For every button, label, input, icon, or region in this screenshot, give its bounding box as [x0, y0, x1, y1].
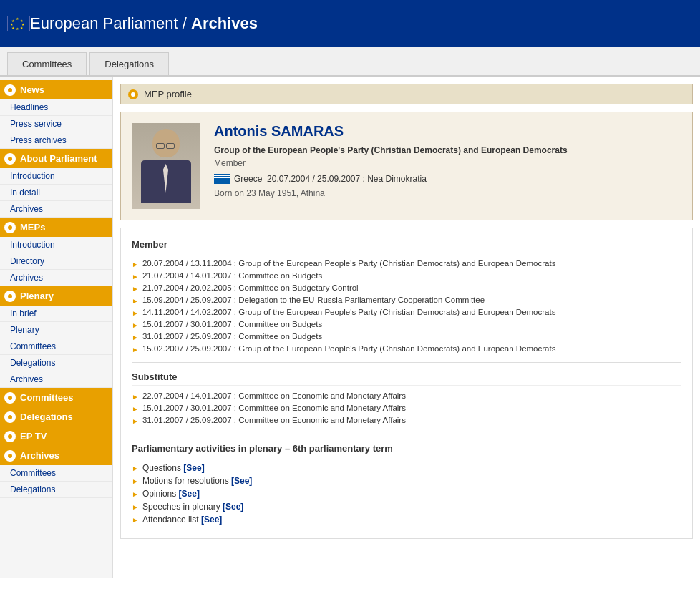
main-layout: News Headlines Press service Press archi… [0, 77, 700, 578]
see-link[interactable]: [See] [231, 476, 252, 486]
sidebar-item-press-archives[interactable]: Press archives [0, 132, 112, 149]
member-list-item: ►14.11.2004 / 14.02.2007 : Group of the … [132, 308, 681, 317]
activities-list: ►Questions [See]►Motions for resolutions… [132, 463, 681, 525]
see-link[interactable]: [See] [183, 463, 204, 473]
committees-section-icon [4, 392, 16, 404]
mep-dates: 20.07.2004 / 25.09.2007 [267, 174, 360, 184]
sidebar-item-archives-delegations[interactable]: Delegations [0, 482, 112, 498]
member-section-title: Member [132, 239, 681, 253]
archives-section-icon [4, 450, 16, 462]
sidebar-item-meps-archives[interactable]: Archives [0, 270, 112, 286]
page-header: ★ ★ ★ ★ ★ ★ ★ ★ European Parliament / Ar… [0, 0, 700, 47]
sidebar-item-meps-intro[interactable]: Introduction [0, 237, 112, 253]
member-list-item: ►15.02.2007 / 25.09.2007 : Group of the … [132, 344, 681, 354]
arrow-icon: ► [132, 321, 139, 329]
mep-details-section: Member ►20.07.2004 / 13.11.2004 : Group … [120, 228, 693, 539]
substitute-section-title: Substitute [132, 371, 681, 386]
member-list-item: ►31.01.2007 / 25.09.2007 : Committee on … [132, 332, 681, 341]
sidebar-section-delegations[interactable]: Delegations [0, 407, 112, 427]
mep-party: Nea Dimokratia [367, 174, 427, 184]
mep-country-row: Greece 20.07.2004 / 25.09.2007 : Nea Dim… [214, 174, 681, 184]
delegations-section-icon [4, 411, 16, 423]
arrow-icon: ► [132, 309, 139, 317]
sidebar-item-about-archives[interactable]: Archives [0, 201, 112, 218]
substitute-list-item: ►15.01.2007 / 30.01.2007 : Committee on … [132, 404, 681, 413]
sidebar-item-plenary-brief[interactable]: In brief [0, 306, 112, 322]
mep-profile-title: MEP profile [144, 89, 192, 99]
mep-born: Born on 23 May 1951, Athina [214, 188, 681, 198]
arrow-icon: ► [132, 477, 139, 485]
arrow-icon: ► [132, 405, 139, 413]
arrow-icon: ► [132, 273, 139, 281]
activity-list-item: ►Motions for resolutions [See] [132, 476, 681, 486]
member-list-item: ►20.07.2004 / 13.11.2004 : Group of the … [132, 259, 681, 268]
sidebar-item-headlines[interactable]: Headlines [0, 99, 112, 116]
sidebar-section-news[interactable]: News [0, 80, 112, 99]
about-section-icon [4, 153, 16, 165]
activities-section-title: Parliamentary activities in plenary – 6t… [132, 443, 681, 457]
mep-photo [132, 123, 200, 209]
arrow-icon: ► [132, 503, 139, 511]
sidebar-item-plenary-delegations[interactable]: Delegations [0, 355, 112, 371]
arrow-icon: ► [132, 297, 139, 305]
substitute-list: ►22.07.2004 / 14.01.2007 : Committee on … [132, 391, 681, 425]
nav-tabs: Committees Delegations [0, 47, 700, 77]
mep-role: Member [214, 158, 681, 168]
mep-profile-header: MEP profile [120, 84, 693, 104]
substitute-list-item: ►31.01.2007 / 25.09.2007 : Committee on … [132, 416, 681, 425]
sidebar-item-about-detail[interactable]: In detail [0, 185, 112, 201]
activity-list-item: ►Opinions [See] [132, 489, 681, 499]
meps-section-icon [4, 222, 16, 233]
tab-committees[interactable]: Committees [7, 52, 87, 75]
mep-group: Group of the European People's Party (Ch… [214, 145, 681, 155]
sidebar-item-plenary-plenary[interactable]: Plenary [0, 322, 112, 338]
mep-card: Antonis SAMARAS Group of the European Pe… [120, 112, 693, 220]
tab-delegations[interactable]: Delegations [89, 52, 169, 75]
sidebar-item-archives-committees[interactable]: Committees [0, 465, 112, 482]
sidebar-section-meps[interactable]: MEPs [0, 218, 112, 237]
member-list-item: ►15.01.2007 / 30.01.2007 : Committee on … [132, 320, 681, 329]
mep-info: Antonis SAMARAS Group of the European Pe… [214, 123, 681, 198]
see-link[interactable]: [See] [179, 489, 200, 499]
profile-bullet-icon [128, 89, 138, 99]
sidebar-section-plenary[interactable]: Plenary [0, 286, 112, 306]
eptv-section-icon [4, 431, 16, 442]
mep-name: Antonis SAMARAS [214, 123, 681, 140]
sidebar-item-plenary-archives[interactable]: Archives [0, 371, 112, 388]
activity-list-item: ►Attendance list [See] [132, 515, 681, 525]
sidebar-item-meps-directory[interactable]: Directory [0, 253, 112, 270]
news-section-icon [4, 84, 16, 96]
member-list-item: ►21.07.2004 / 20.02.2005 : Committee on … [132, 283, 681, 293]
sidebar-item-about-intro[interactable]: Introduction [0, 168, 112, 185]
sidebar-item-plenary-committees[interactable]: Committees [0, 338, 112, 355]
activity-list-item: ►Questions [See] [132, 463, 681, 473]
arrow-icon: ► [132, 516, 139, 524]
arrow-icon: ► [132, 346, 139, 354]
activity-list-item: ►Speeches in plenary [See] [132, 502, 681, 512]
mep-country: Greece [234, 174, 262, 184]
see-link[interactable]: [See] [223, 502, 243, 512]
arrow-icon: ► [132, 285, 139, 293]
substitute-list-item: ►22.07.2004 / 14.01.2007 : Committee on … [132, 391, 681, 401]
divider-2 [132, 434, 681, 434]
sidebar-section-archives[interactable]: Archives [0, 446, 112, 465]
member-list-item: ►15.09.2004 / 25.09.2007 : Delegation to… [132, 296, 681, 305]
eu-logo-icon: ★ ★ ★ ★ ★ ★ ★ ★ [7, 16, 30, 31]
member-list: ►20.07.2004 / 13.11.2004 : Group of the … [132, 259, 681, 354]
page-title: European Parliament / Archives [30, 14, 258, 33]
greece-flag-icon [214, 174, 230, 184]
sidebar-section-committees[interactable]: Committees [0, 388, 112, 407]
arrow-icon: ► [132, 393, 139, 401]
member-list-item: ►21.07.2004 / 14.01.2007 : Committee on … [132, 271, 681, 281]
sidebar-item-press-service[interactable]: Press service [0, 116, 112, 132]
divider-1 [132, 362, 681, 363]
arrow-icon: ► [132, 490, 139, 498]
sidebar: News Headlines Press service Press archi… [0, 77, 113, 578]
main-content: MEP profile [113, 77, 700, 578]
arrow-icon: ► [132, 333, 139, 341]
sidebar-section-eptv[interactable]: EP TV [0, 427, 112, 446]
sidebar-section-about[interactable]: About Parliament [0, 149, 112, 168]
arrow-icon: ► [132, 260, 139, 268]
arrow-icon: ► [132, 464, 139, 472]
see-link[interactable]: [See] [201, 515, 222, 525]
